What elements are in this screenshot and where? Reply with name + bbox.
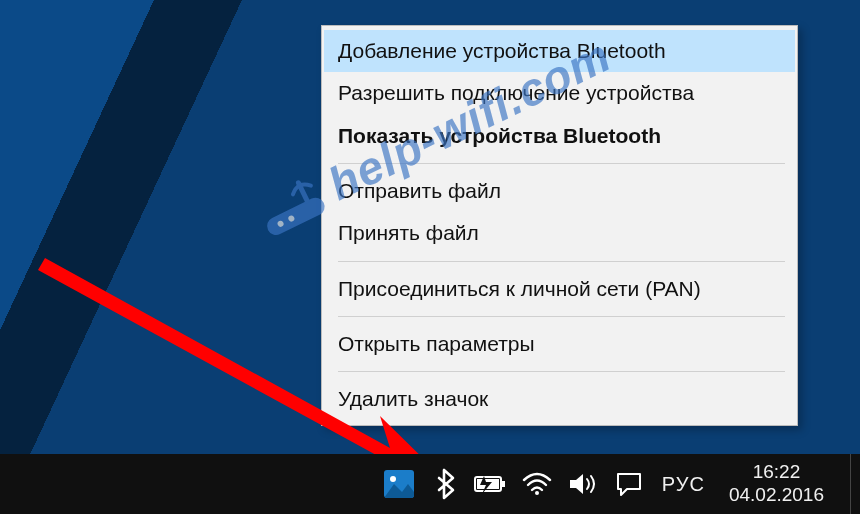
taskbar: РУС 16:22 04.02.2016 [0,454,860,514]
menu-item-receive-file[interactable]: Принять файл [324,212,795,254]
system-tray: РУС 16:22 04.02.2016 [382,454,856,514]
language-indicator[interactable]: РУС [658,473,709,496]
wifi-tray-icon[interactable] [520,472,554,496]
menu-separator [338,163,785,164]
clock-time: 16:22 [729,461,824,484]
svg-point-8 [535,491,539,495]
menu-separator [338,371,785,372]
menu-item-remove-icon[interactable]: Удалить значок [324,378,795,420]
menu-separator [338,316,785,317]
menu-item-join-pan[interactable]: Присоединиться к личной сети (PAN) [324,268,795,310]
clock-date: 04.02.2016 [729,484,824,507]
bluetooth-tray-icon[interactable] [428,468,462,500]
svg-rect-6 [502,481,505,487]
menu-item-show-devices[interactable]: Показать устройства Bluetooth [324,115,795,157]
menu-item-allow-connect[interactable]: Разрешить подключение устройства [324,72,795,114]
bluetooth-context-menu: Добавление устройства Bluetooth Разрешит… [321,25,798,426]
svg-point-4 [390,476,396,482]
battery-tray-icon[interactable] [474,474,508,494]
show-desktop-button[interactable] [850,454,856,514]
menu-item-open-settings[interactable]: Открыть параметры [324,323,795,365]
taskbar-clock[interactable]: 16:22 04.02.2016 [721,461,832,507]
menu-item-add-device[interactable]: Добавление устройства Bluetooth [324,30,795,72]
volume-tray-icon[interactable] [566,471,600,497]
menu-item-send-file[interactable]: Отправить файл [324,170,795,212]
menu-separator [338,261,785,262]
photos-tray-icon[interactable] [382,470,416,498]
action-center-tray-icon[interactable] [612,471,646,497]
